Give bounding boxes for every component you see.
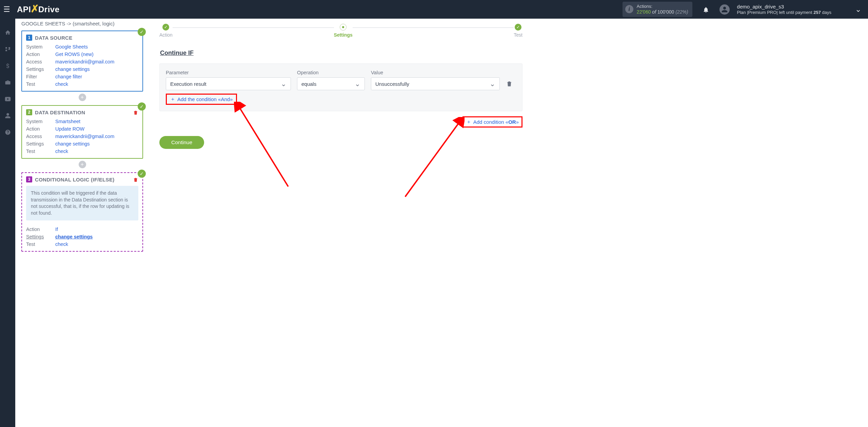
plus-icon: ＋ [170,96,175,102]
row-label: Settings [26,141,55,147]
step-number: 2 [26,109,32,115]
row-link[interactable]: If [55,227,138,232]
row-label: Filter [26,74,55,79]
row-label: Access [26,134,55,139]
add-between-icon[interactable]: + [79,161,86,168]
row-label: System [26,119,55,124]
logo-api: API [17,5,31,14]
row-label: Access [26,59,55,64]
row-link[interactable]: check [55,149,138,154]
logo-x-icon: ✗ [31,3,39,15]
connection-panel: GOOGLE SHEETS -> (smartsheet, logic) ✓ 1… [15,19,149,261]
row-label: Settings [26,66,55,72]
row-label: Test [26,149,55,154]
logo[interactable]: API✗Drive [17,3,60,15]
step-test[interactable]: ✓Test [514,24,522,38]
step-line [173,27,334,28]
chevron-down-icon: ⌄ [490,80,495,87]
card-conditional-logic[interactable]: ✓ 3 CONDITIONAL LOGIC (IF/ELSE) This con… [21,172,143,252]
logo-drive: Drive [38,5,60,14]
chevron-down-icon: ⌄ [355,80,360,87]
row-link[interactable]: Google Sheets [55,44,138,50]
col-operation: Operation equals⌄ [297,70,365,90]
label: Parameter [166,70,291,75]
row-link[interactable]: maverickandrii@gmail.com [55,134,138,139]
operation-select[interactable]: equals⌄ [297,77,365,90]
condition-block: Parameter Execution result⌄ Operation eq… [159,63,522,111]
row-link[interactable]: check [55,241,138,247]
row-link[interactable]: Smartsheet [55,119,138,124]
step-number: 3 [26,176,32,182]
continue-button[interactable]: Continue [159,136,204,149]
add-between-icon[interactable]: + [79,94,86,101]
chevron-down-icon: ⌄ [281,80,287,87]
delete-condition-icon[interactable] [506,77,516,90]
row-label: Settings [26,234,55,239]
parameter-select[interactable]: Execution result⌄ [166,77,291,90]
row-link[interactable]: maverickandrii@gmail.com [55,59,138,64]
menu-icon[interactable]: ☰ [3,5,14,14]
col-value: Value Unsuccessfully⌄ [371,70,500,90]
step-action[interactable]: ✓Action [159,24,173,38]
row-label: Test [26,241,55,247]
user-icon[interactable] [5,112,11,119]
card-title: CONDITIONAL LOGIC (IF/ELSE) [35,177,114,182]
row-link[interactable]: Get ROWS (new) [55,52,138,57]
row-link[interactable]: change settings [55,66,138,72]
youtube-icon[interactable] [5,95,11,102]
card-title: DATA DESTINATION [35,110,85,115]
row-label: Action [26,52,55,57]
row-link[interactable]: change settings [55,141,138,147]
row-label: System [26,44,55,50]
row-link[interactable]: Update ROW [55,126,138,132]
row-link[interactable]: check [55,81,138,87]
card-title: DATA SOURCE [35,35,73,41]
label: Operation [297,70,365,75]
trash-icon[interactable] [133,176,138,182]
breadcrumb: GOOGLE SHEETS -> (smartsheet, logic) [21,19,143,31]
row-label: Test [26,81,55,87]
info-box: This condition will be triggered if the … [26,186,138,220]
help-icon[interactable] [5,129,11,136]
check-icon: ✓ [138,170,146,178]
annotation-arrow [400,117,465,200]
settings-panel: ✓Action Settings ✓Test Continue IF Param… [159,19,522,149]
app-header: ☰ API✗Drive i Actions: 22'060 of 100'000… [0,0,529,19]
sitemap-icon[interactable] [5,45,11,53]
row-link[interactable]: change settings [55,234,138,239]
value-select[interactable]: Unsuccessfully⌄ [371,77,500,90]
annotation-arrow [234,102,292,190]
plus-icon: ＋ [466,119,471,125]
wizard-steps: ✓Action Settings ✓Test [159,24,522,38]
svg-line-1 [405,122,459,197]
home-icon[interactable] [5,29,11,36]
briefcase-icon[interactable] [5,79,11,86]
step-line [353,27,514,28]
col-parameter: Parameter Execution result⌄ [166,70,291,90]
add-and-button[interactable]: ＋Add the condition «And» [168,95,235,103]
add-or-button[interactable]: ＋ Add condition «OR» [466,119,519,125]
trash-icon[interactable] [133,109,138,115]
section-title: Continue IF [160,50,522,57]
row-link[interactable]: change filter [55,74,138,79]
check-icon: ✓ [138,28,146,36]
annotation-box-and: ＋Add the condition «And» [166,94,237,105]
check-icon: ✓ [138,102,146,111]
sidebar [0,19,15,261]
card-data-destination[interactable]: ✓ 2 DATA DESTINATION SystemSmartsheet Ac… [21,105,143,159]
annotation-box-or: ＋ Add condition «OR» [462,116,522,128]
card-data-source[interactable]: ✓ 1 DATA SOURCE SystemGoogle Sheets Acti… [21,31,143,92]
row-label: Action [26,126,55,132]
row-label: Action [26,227,55,232]
dollar-icon[interactable] [5,62,11,69]
step-number: 1 [26,35,32,41]
label: Value [371,70,500,75]
step-settings[interactable]: Settings [334,24,353,38]
